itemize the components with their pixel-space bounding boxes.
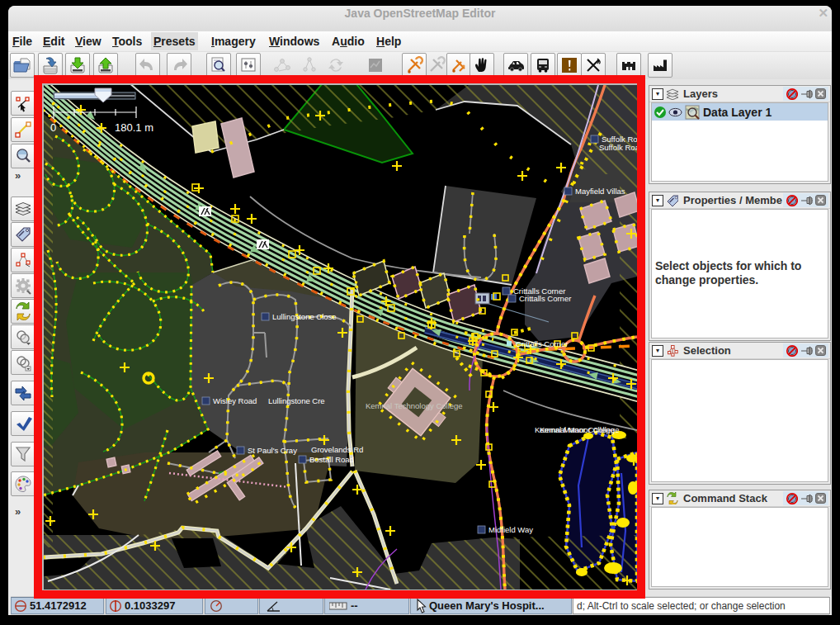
svg-text:Lullingstone Close: Lullingstone Close <box>272 312 337 321</box>
svg-text:Midfield Way: Midfield Way <box>488 525 533 534</box>
svg-text:Kemnal Manor College: Kemnal Manor College <box>540 425 620 434</box>
svg-text:Kemnal Technology College: Kemnal Technology College <box>366 401 463 410</box>
svg-text:0: 0 <box>50 121 56 134</box>
svg-text:Mayfield Villas: Mayfield Villas <box>575 187 625 196</box>
svg-text:Suffolk Roa: Suffolk Roa <box>599 143 637 152</box>
svg-text:Lullingstone Cre: Lullingstone Cre <box>268 396 325 405</box>
svg-text:Crittalls Corner: Crittalls Corner <box>516 339 568 348</box>
svg-text:Grovelands Rd: Grovelands Rd <box>311 445 363 454</box>
svg-text:Crittalls Corner: Crittalls Corner <box>519 294 571 303</box>
svg-text:Bostall Road: Bostall Road <box>309 455 354 464</box>
svg-text:St Paul's Cray: St Paul's Cray <box>248 446 297 455</box>
svg-text:180.1 m: 180.1 m <box>115 121 153 134</box>
svg-text:Wisley Road: Wisley Road <box>213 396 257 405</box>
